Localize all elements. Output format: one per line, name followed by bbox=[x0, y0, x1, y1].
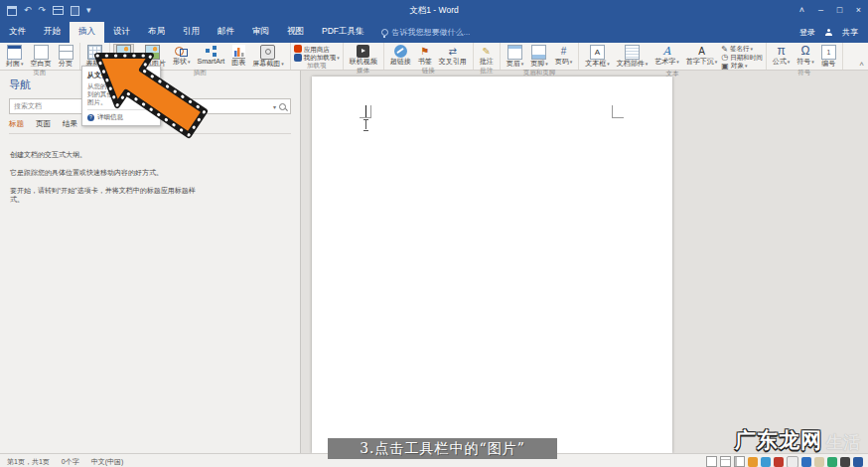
tray-icon[interactable] bbox=[761, 457, 771, 467]
ribbon-group-addins: 应用商店 我的加载项 加载项 bbox=[291, 43, 344, 70]
search-icon[interactable] bbox=[279, 103, 286, 110]
word-count-status[interactable]: 0个字 bbox=[62, 457, 79, 467]
nav-tab-pages[interactable]: 页面 bbox=[36, 119, 51, 129]
nav-tab-results[interactable]: 结果 bbox=[63, 119, 77, 129]
ribbon-group-pages: 封面 空白页 分页 页面 bbox=[0, 43, 80, 70]
tab-design[interactable]: 设计 bbox=[104, 22, 139, 43]
tab-insert[interactable]: 插入 bbox=[70, 22, 104, 43]
customize-qat-icon[interactable]: ▾ bbox=[86, 6, 91, 15]
restore-icon[interactable]: □ bbox=[830, 0, 849, 21]
share-button[interactable]: 共享 bbox=[842, 27, 858, 38]
tab-home[interactable]: 开始 bbox=[35, 22, 70, 43]
ribbon-group-links: 超链接 ⚑ 书签 ⇄ 交叉引用 链接 bbox=[384, 43, 474, 70]
page-count-status[interactable]: 第1页，共1页 bbox=[7, 457, 50, 467]
footer-icon bbox=[531, 45, 546, 60]
tray-icon[interactable] bbox=[801, 457, 811, 467]
cross-reference-button[interactable]: ⇄ 交叉引用 bbox=[436, 44, 470, 67]
screenshot-button[interactable]: 屏幕截图 bbox=[249, 44, 287, 69]
tell-me-box[interactable]: 告诉我您想要做什么... bbox=[373, 27, 479, 43]
title-bar: ↶ ↷ ▾ 文档1 - Word ˄ – □ × bbox=[0, 0, 868, 21]
group-label-symbols: 符号 bbox=[770, 69, 839, 78]
tray-icon[interactable] bbox=[748, 457, 758, 467]
tray-icon[interactable] bbox=[827, 457, 837, 467]
number-button[interactable]: 1 编号 bbox=[818, 44, 839, 69]
symbol-icon: Ω bbox=[799, 45, 812, 58]
print-icon[interactable] bbox=[53, 6, 64, 15]
tray-icon[interactable] bbox=[787, 456, 798, 467]
tray-icon[interactable] bbox=[840, 457, 850, 467]
blank-page-button[interactable]: 空白页 bbox=[28, 44, 55, 69]
group-label-media: 媒体 bbox=[347, 67, 380, 76]
ribbon-group-symbols: π 公式 Ω 符号 1 编号 符号 bbox=[767, 43, 843, 70]
blank-page-icon bbox=[34, 45, 49, 60]
object-button[interactable]: ▣ 对象 bbox=[721, 62, 762, 70]
print-preview-icon[interactable] bbox=[71, 6, 79, 16]
chart-button[interactable]: 图表 bbox=[228, 44, 248, 68]
tray-icon[interactable] bbox=[853, 457, 863, 467]
store-icon bbox=[294, 45, 302, 53]
online-video-button[interactable]: 联机视频 bbox=[347, 44, 380, 67]
symbol-button[interactable]: Ω 符号 bbox=[794, 44, 817, 67]
document-page[interactable] bbox=[312, 77, 672, 453]
date-time-button[interactable]: ◷ 日期和时间 bbox=[721, 54, 762, 61]
cross-reference-icon: ⇄ bbox=[446, 45, 459, 58]
print-layout-icon[interactable] bbox=[720, 456, 731, 467]
undo-icon[interactable]: ↶ bbox=[24, 6, 32, 15]
signature-line-button[interactable]: ✎ 签名行 bbox=[721, 45, 762, 53]
footer-button[interactable]: 页脚 bbox=[527, 44, 551, 69]
tab-file[interactable]: 文件 bbox=[0, 22, 35, 43]
highlight-arrow bbox=[87, 46, 217, 142]
window-title: 文档1 - Word bbox=[0, 5, 868, 17]
chart-icon bbox=[232, 45, 245, 59]
page-number-button[interactable]: # 页码 bbox=[552, 44, 576, 67]
tray-icon[interactable] bbox=[774, 457, 784, 467]
hyperlink-button[interactable]: 超链接 bbox=[387, 44, 414, 67]
group-label-pages: 页面 bbox=[3, 69, 76, 78]
equation-button[interactable]: π 公式 bbox=[770, 44, 794, 67]
cover-page-button[interactable]: 封面 bbox=[3, 44, 27, 69]
text-box-button[interactable]: A 文本框 bbox=[582, 44, 613, 69]
read-mode-icon[interactable] bbox=[706, 456, 717, 467]
group-label-text: 文本 bbox=[582, 70, 763, 78]
sign-in-link[interactable]: 登录 bbox=[799, 27, 815, 38]
tab-review[interactable]: 审阅 bbox=[243, 22, 278, 43]
equation-icon: π bbox=[775, 45, 788, 58]
bookmark-icon: ⚑ bbox=[418, 45, 431, 58]
language-status[interactable]: 中文(中国) bbox=[91, 457, 124, 467]
tab-mailings[interactable]: 邮件 bbox=[209, 22, 243, 43]
ibeam-pointer-icon bbox=[363, 119, 368, 129]
ribbon-display-options-icon[interactable]: ˄ bbox=[793, 0, 811, 21]
nav-paragraph: 要开始，请转到“开始”选项卡，并将文档中的标题应用标题样式。 bbox=[10, 186, 203, 204]
quick-access-toolbar: ↶ ↷ ▾ bbox=[0, 6, 91, 16]
screenshot-icon bbox=[260, 45, 275, 60]
group-label-comments: 批注 bbox=[477, 67, 497, 76]
wordart-button[interactable]: A 艺术字 bbox=[651, 44, 682, 67]
store-button[interactable]: 应用商店 bbox=[294, 45, 340, 53]
minimize-icon[interactable]: – bbox=[811, 0, 830, 21]
tab-view[interactable]: 视图 bbox=[278, 22, 313, 43]
tell-me-placeholder: 告诉我您想要做什么... bbox=[392, 27, 471, 38]
collapse-ribbon-icon[interactable]: ˄ bbox=[859, 60, 864, 69]
chevron-down-icon[interactable]: ▾ bbox=[273, 103, 276, 110]
nav-paragraph: 它是跟踪您的具体位置或快速移动内容的好方式。 bbox=[10, 168, 203, 177]
my-addins-button[interactable]: 我的加载项 bbox=[294, 54, 340, 62]
window-controls: ˄ – □ × bbox=[793, 0, 868, 21]
web-layout-icon[interactable] bbox=[734, 456, 745, 467]
my-addins-icon bbox=[294, 54, 302, 62]
tray-icon[interactable] bbox=[814, 457, 824, 467]
tab-pdf-tools[interactable]: PDF工具集 bbox=[313, 22, 373, 43]
drop-cap-button[interactable]: A 首字下沉 bbox=[683, 44, 721, 67]
tab-references[interactable]: 引用 bbox=[174, 22, 209, 43]
nav-paragraph: 创建文档的交互式大纲。 bbox=[10, 150, 203, 159]
nav-tab-headings[interactable]: 标题 bbox=[9, 119, 24, 129]
tab-layout[interactable]: 布局 bbox=[139, 22, 174, 43]
header-button[interactable]: 页眉 bbox=[504, 44, 527, 69]
page-break-button[interactable]: 分页 bbox=[56, 44, 76, 69]
watermark: 广东龙网 bbox=[735, 426, 822, 454]
quick-parts-button[interactable]: 文档部件 bbox=[614, 44, 651, 69]
close-icon[interactable]: × bbox=[849, 0, 868, 21]
redo-icon[interactable]: ↷ bbox=[39, 6, 47, 15]
comment-button[interactable]: ✎ 批注 bbox=[477, 44, 497, 67]
bookmark-button[interactable]: ⚑ 书签 bbox=[415, 44, 435, 67]
save-icon[interactable] bbox=[7, 6, 17, 16]
